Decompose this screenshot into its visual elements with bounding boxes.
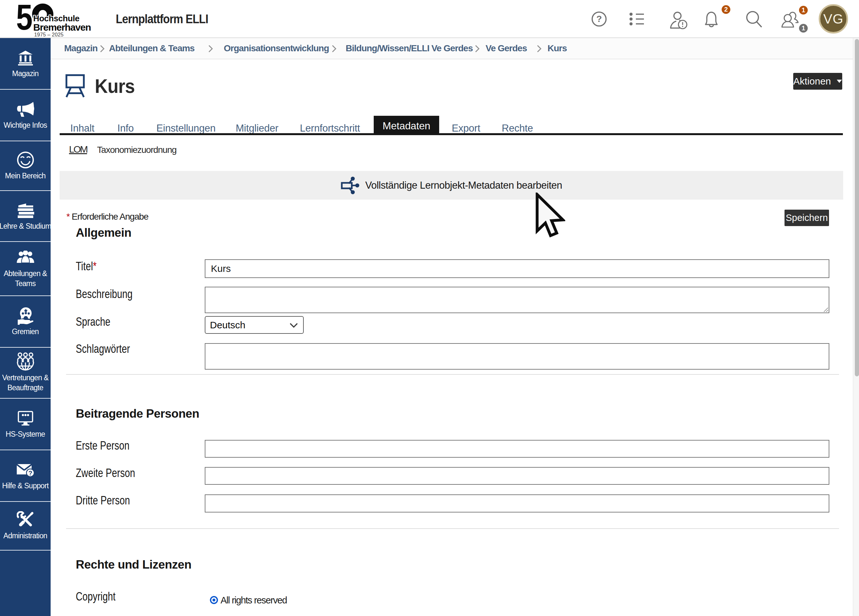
- svg-text:?: ?: [28, 470, 32, 477]
- svg-text:?: ?: [596, 14, 602, 24]
